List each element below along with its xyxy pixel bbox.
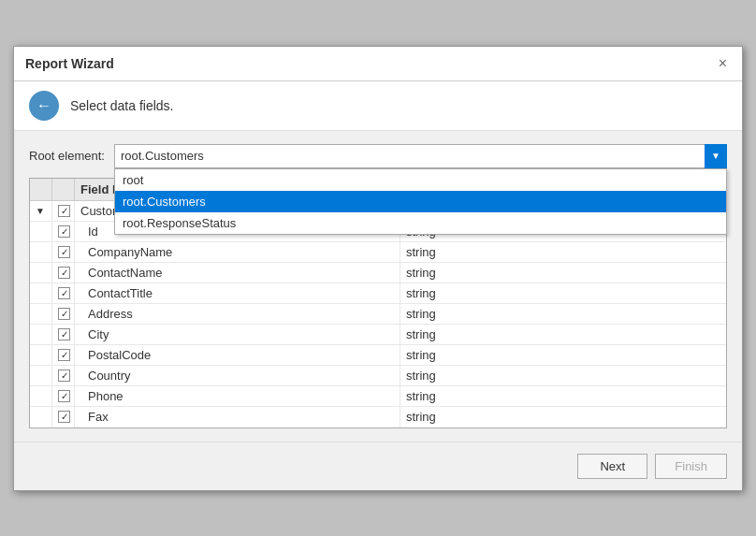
- check-cell[interactable]: [52, 201, 75, 221]
- expand-cell: [30, 222, 52, 241]
- expand-cell: [30, 325, 52, 344]
- table-row: Country string: [30, 366, 726, 386]
- field-type-cell: string: [400, 407, 726, 427]
- field-type-cell: string: [400, 242, 726, 262]
- title-bar: Report Wizard ×: [14, 47, 742, 81]
- row-checkbox[interactable]: [58, 287, 70, 299]
- check-cell[interactable]: [52, 304, 75, 324]
- field-type-cell: string: [400, 283, 726, 303]
- expand-cell: [30, 407, 52, 427]
- field-name-cell: PostalCode: [75, 345, 400, 365]
- dropdown-option-customers[interactable]: root.Customers: [115, 191, 726, 212]
- expand-cell: [30, 304, 52, 324]
- field-name-cell: CompanyName: [75, 242, 400, 262]
- table-row: Phone string: [30, 386, 726, 407]
- expand-cell: [30, 386, 52, 406]
- check-cell[interactable]: [52, 366, 75, 385]
- expand-cell: [30, 283, 52, 303]
- row-checkbox[interactable]: [58, 411, 70, 423]
- table-row: CompanyName string: [30, 242, 726, 263]
- field-name-cell: ContactName: [75, 263, 400, 282]
- table-row: ContactName string: [30, 263, 726, 283]
- dialog-title: Report Wizard: [25, 56, 114, 71]
- header-instruction: Select data fields.: [70, 98, 174, 113]
- field-name-cell: Country: [75, 366, 400, 385]
- field-name-cell: Address: [75, 304, 400, 324]
- report-wizard-dialog: Report Wizard × ← Select data fields. Ro…: [13, 46, 743, 491]
- root-element-select-wrapper: root.Customers ▼ root root.Customers roo…: [114, 144, 727, 168]
- row-checkbox[interactable]: [58, 328, 70, 340]
- dropdown-option-responsestatus[interactable]: root.ResponseStatus: [115, 212, 726, 234]
- next-button[interactable]: Next: [577, 454, 647, 479]
- table-row: PostalCode string: [30, 345, 726, 366]
- table-row: Address string: [30, 304, 726, 325]
- expand-cell: [30, 242, 52, 262]
- table-row: City string: [30, 325, 726, 345]
- field-type-cell: string: [400, 366, 726, 385]
- check-cell[interactable]: [52, 407, 75, 427]
- dropdown-option-root[interactable]: root: [115, 169, 726, 191]
- check-cell[interactable]: [52, 283, 75, 303]
- root-element-row: Root element: root.Customers ▼ root root…: [29, 144, 727, 168]
- table-row: Fax string: [30, 407, 726, 427]
- back-icon: ←: [36, 97, 51, 114]
- field-name-cell: ContactTitle: [75, 283, 400, 303]
- expand-icon[interactable]: ▼: [36, 206, 45, 216]
- finish-button[interactable]: Finish: [655, 454, 727, 479]
- check-cell[interactable]: [52, 325, 75, 344]
- expand-cell: [30, 345, 52, 365]
- content-area: Root element: root.Customers ▼ root root…: [14, 131, 742, 442]
- dropdown-arrow-icon[interactable]: ▼: [705, 144, 727, 168]
- header-bar: ← Select data fields.: [14, 81, 742, 131]
- check-cell[interactable]: [52, 386, 75, 406]
- row-checkbox[interactable]: [58, 349, 70, 361]
- field-type-cell: string: [400, 345, 726, 365]
- check-cell[interactable]: [52, 263, 75, 282]
- row-checkbox[interactable]: [58, 225, 70, 238]
- root-element-dropdown: root root.Customers root.ResponseStatus: [114, 168, 727, 235]
- field-name-cell: Fax: [75, 407, 400, 427]
- close-button[interactable]: ×: [715, 54, 731, 73]
- field-type-cell: string: [400, 304, 726, 324]
- check-cell[interactable]: [52, 222, 75, 241]
- table-row: ContactTitle string: [30, 283, 726, 304]
- check-cell[interactable]: [52, 242, 75, 262]
- table-body: ▼ Customers Id string: [30, 201, 726, 427]
- row-checkbox[interactable]: [58, 369, 70, 382]
- expand-cell: [30, 263, 52, 282]
- field-type-cell: string: [400, 325, 726, 344]
- row-checkbox[interactable]: [58, 246, 70, 258]
- field-name-cell: City: [75, 325, 400, 344]
- col-header-expand: [30, 179, 52, 200]
- field-type-cell: string: [400, 263, 726, 282]
- row-checkbox[interactable]: [58, 267, 70, 279]
- root-element-value: root.Customers: [121, 149, 204, 163]
- root-element-select[interactable]: root.Customers: [114, 144, 727, 168]
- row-checkbox[interactable]: [58, 205, 70, 217]
- row-checkbox[interactable]: [58, 308, 70, 320]
- check-cell[interactable]: [52, 345, 75, 365]
- expand-cell: [30, 366, 52, 385]
- back-button[interactable]: ←: [29, 91, 59, 121]
- row-checkbox[interactable]: [58, 390, 70, 402]
- field-type-cell: string: [400, 386, 726, 406]
- col-header-check: [52, 179, 75, 200]
- root-element-label: Root element:: [29, 149, 105, 163]
- field-name-cell: Phone: [75, 386, 400, 406]
- dialog-footer: Next Finish: [14, 442, 742, 490]
- expand-cell: ▼: [30, 201, 52, 221]
